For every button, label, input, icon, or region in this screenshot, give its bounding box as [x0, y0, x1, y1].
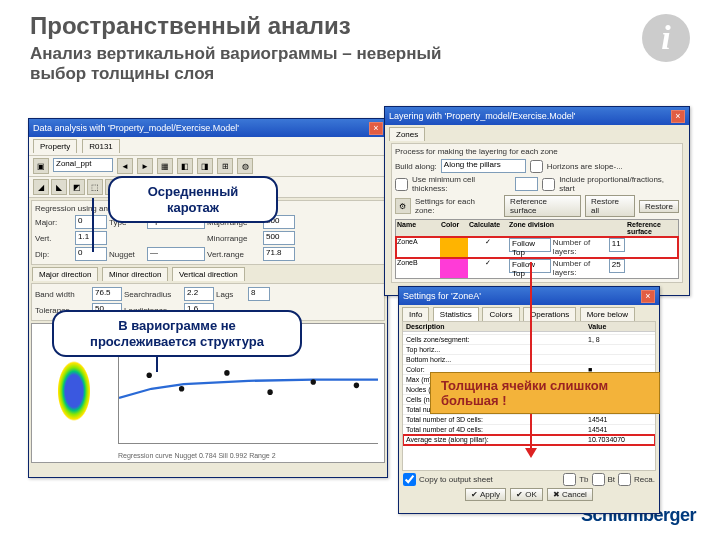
slide-title: Пространственный анализ [30, 12, 351, 40]
layers-input[interactable]: 11 [609, 238, 625, 252]
cell: ZoneB [396, 258, 440, 278]
close-icon[interactable]: × [641, 290, 655, 303]
layers-input[interactable]: 25 [609, 259, 625, 273]
zones-tab[interactable]: Zones [389, 127, 425, 141]
min-thickness-checkbox[interactable] [395, 178, 408, 191]
tool-icon[interactable]: ◨ [197, 158, 213, 174]
da-tabs-row: Property R0131 [29, 137, 387, 156]
col-color: Color [440, 220, 468, 236]
reca-checkbox[interactable] [618, 473, 631, 486]
bandwidth-input[interactable]: 76.5 [92, 287, 122, 301]
tb-checkbox[interactable] [563, 473, 576, 486]
include-prop-checkbox[interactable] [542, 178, 555, 191]
col-ref: Reference surface [626, 220, 678, 236]
horizons-slope-checkbox[interactable] [530, 160, 543, 173]
zone-icon[interactable]: ▣ [33, 158, 49, 174]
tool-icon[interactable]: ◍ [237, 158, 253, 174]
direction-tabs: Major direction Minor direction Vertical… [29, 267, 387, 281]
info-icon: i [642, 14, 690, 62]
lbl: Reca. [634, 475, 655, 484]
tab-info[interactable]: Info [402, 307, 429, 321]
zone-row-a[interactable]: ZoneA ✓ Follow TopNumber of layers:11 [396, 237, 678, 258]
tool-icon[interactable]: ◩ [69, 179, 85, 195]
lbl: Bt [608, 475, 616, 484]
tab-r0131[interactable]: R0131 [82, 139, 120, 153]
lbl: Vert.range [207, 250, 261, 259]
restore-all-button[interactable]: Restore all [585, 195, 635, 217]
cell [626, 237, 678, 257]
stats-desc: Bottom horiz... [403, 355, 585, 364]
color-swatch[interactable] [440, 237, 468, 257]
svg-point-1 [179, 386, 184, 392]
settings-buttons: ✔ Apply ✔ OK ✖ Cancel [399, 488, 659, 505]
vertrange-input[interactable]: 71.8 [263, 247, 295, 261]
stats-row: Top horiz... [403, 345, 655, 355]
tool-icon[interactable]: ▦ [157, 158, 173, 174]
tab-more[interactable]: More below [580, 307, 635, 321]
tab-major-dir[interactable]: Major direction [32, 267, 98, 281]
major-input[interactable]: 0 [75, 215, 107, 229]
tool-icon[interactable]: ◧ [177, 158, 193, 174]
min-thickness-input[interactable] [515, 177, 539, 191]
lbl: Horizons are slope-... [547, 162, 623, 171]
layering-window: Layering with 'Property_model/Exercise.M… [384, 106, 690, 296]
calc-check[interactable]: ✓ [468, 258, 508, 278]
layering-body: Zones Process for making the layering fo… [385, 125, 689, 287]
arrow-head-icon [525, 448, 537, 458]
prev-icon[interactable]: ◄ [117, 158, 133, 174]
ok-button[interactable]: ✔ OK [510, 488, 543, 501]
calc-check[interactable]: ✓ [468, 237, 508, 257]
close-icon[interactable]: × [671, 110, 685, 123]
tool-icon[interactable]: ◢ [33, 179, 49, 195]
dip-input[interactable]: 0 [75, 247, 107, 261]
zone-row-b[interactable]: ZoneB ✓ Follow TopNumber of layers:25 [396, 258, 678, 278]
tab-colors[interactable]: Colors [482, 307, 519, 321]
searchradius-input[interactable]: 2.2 [184, 287, 214, 301]
settings-icon[interactable]: ⚙ [395, 198, 411, 214]
divtype-select[interactable]: Follow Top [509, 238, 551, 252]
col-desc: Description [403, 322, 585, 331]
tab-property[interactable]: Property [33, 139, 77, 153]
buildalong-select[interactable]: Along the pillars [441, 159, 526, 173]
lbl: Dip: [35, 250, 73, 259]
titlebar: Settings for 'ZoneA' × [399, 287, 659, 305]
zonal-input[interactable]: Zonal_ppt [53, 158, 113, 172]
play-icon[interactable]: ► [137, 158, 153, 174]
tool-icon[interactable]: ⊞ [217, 158, 233, 174]
close-icon[interactable]: × [369, 122, 383, 135]
stats-row: Average size (along pillar):10.7034070 [403, 435, 655, 445]
stats-desc: Top horiz... [403, 345, 585, 354]
lbl: Use minimum cell thickness: [412, 175, 511, 193]
stats-val: 14541 [585, 415, 655, 424]
restore-button[interactable]: Restore [639, 200, 679, 213]
copy-output-checkbox[interactable] [403, 473, 416, 486]
slide-subtitle: Анализ вертикальной вариограммы – неверн… [30, 44, 490, 83]
tool-icon[interactable]: ⬚ [87, 179, 103, 195]
cancel-button[interactable]: ✖ Cancel [547, 488, 593, 501]
stats-val: 14541 [585, 425, 655, 434]
stats-row: Cells zone/segment:1, 8 [403, 335, 655, 345]
stats-val: 10.7034070 [585, 435, 655, 444]
minorrange-input[interactable]: 500 [263, 231, 295, 245]
nugget-input[interactable]: — [147, 247, 205, 261]
zone-table: Name Color Calculate Zone division Refer… [395, 219, 679, 279]
apply-button[interactable]: ✔ Apply [465, 488, 506, 501]
ref-surf-button[interactable]: Reference surface [504, 195, 581, 217]
stats-desc: Average size (along pillar): [403, 435, 585, 444]
col-zonediv: Zone division [508, 220, 626, 236]
color-swatch[interactable] [440, 258, 468, 278]
stats-val [585, 332, 655, 334]
tab-minor-dir[interactable]: Minor direction [102, 267, 168, 281]
da-toolbar: ▣ Zonal_ppt ◄ ► ▦ ◧ ◨ ⊞ ◍ [29, 156, 387, 177]
tool-icon[interactable]: ◣ [51, 179, 67, 195]
bt-checkbox[interactable] [592, 473, 605, 486]
tab-vertical-dir[interactable]: Vertical direction [172, 267, 245, 281]
lbl: Lags [216, 290, 246, 299]
window-title: Layering with 'Property_model/Exercise.M… [389, 107, 576, 125]
vert-input[interactable]: 1.1 [75, 231, 107, 245]
lags-input[interactable]: 8 [248, 287, 270, 301]
tab-statistics[interactable]: Statistics [433, 307, 479, 321]
chart-footer: Regression curve Nugget 0.784 Sill 0.992… [118, 452, 276, 459]
svg-point-2 [224, 370, 229, 376]
lbl: Tb [579, 475, 588, 484]
